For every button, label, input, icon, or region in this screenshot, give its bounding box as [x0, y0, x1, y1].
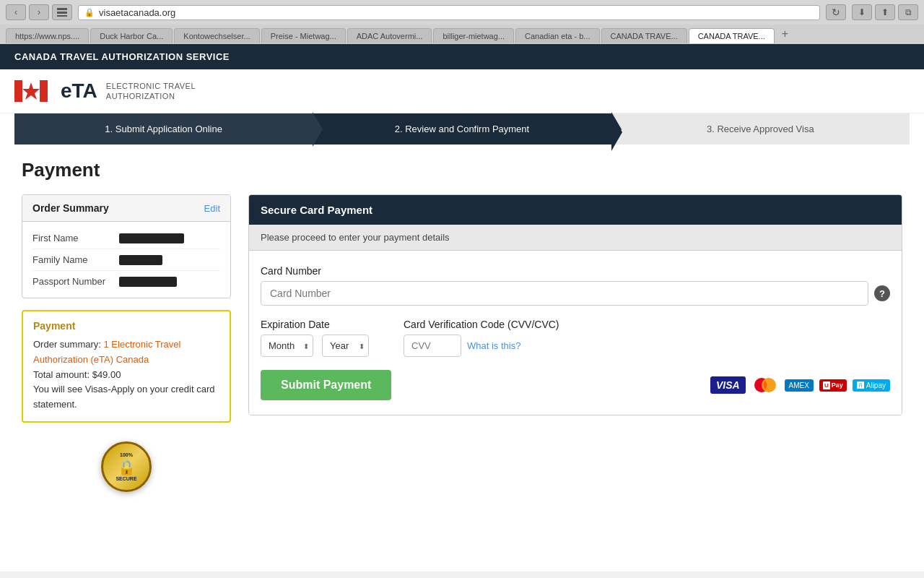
month-select[interactable]: Month 010203 040506 070809 101112: [261, 335, 313, 357]
first-name-label: First Name: [32, 233, 112, 243]
browser-right-buttons: ⬇ ⬆ ⧉: [852, 4, 918, 20]
svg-rect-4: [14, 80, 22, 102]
tab-1[interactable]: Duck Harbor Ca...: [90, 28, 173, 43]
step-2-arrow: [611, 112, 622, 147]
card-number-group: Card Number ?: [261, 265, 890, 306]
logo-sub-line2: AUTHORIZATION: [106, 91, 196, 101]
edit-link[interactable]: Edit: [204, 203, 220, 214]
payment-subheader-text: Please proceed to enter your payment det…: [261, 232, 450, 243]
logo-eta-text: eTA: [61, 79, 97, 103]
expiration-label: Expiration Date: [261, 319, 375, 330]
url-text: visaetacanada.org: [99, 7, 175, 18]
secure-text-top: 100%: [120, 452, 133, 458]
expiry-selects: Month 010203 040506 070809 101112: [261, 335, 375, 357]
step-3-label: 3. Receive Approved Visa: [707, 124, 814, 134]
alipay-text: Alipay: [866, 381, 886, 389]
submit-payment-button[interactable]: Submit Payment: [261, 370, 391, 400]
card-number-label: Card Number: [261, 265, 890, 277]
payment-summary-box: Payment Order summary: 1 Electronic Trav…: [22, 310, 231, 423]
tab-8[interactable]: CANADA TRAVE...: [689, 28, 775, 43]
step-3: 3. Receive Approved Visa: [611, 113, 910, 144]
cvv-input-row: What is this?: [404, 335, 559, 357]
card-logos: VISA AMEX: [710, 376, 890, 394]
cvv-label: Card Verification Code (CVV/CVC): [404, 319, 559, 330]
card-help-icon[interactable]: ?: [874, 285, 890, 301]
page-wrapper: CANADA TRAVEL AUTHORIZATION SERVICE eTA …: [0, 44, 924, 571]
site-header: CANADA TRAVEL AUTHORIZATION SERVICE: [0, 44, 924, 69]
tab-0[interactable]: https://www.nps....: [6, 28, 89, 43]
alipay-icon: 🅰: [857, 381, 864, 389]
svg-rect-1: [57, 12, 67, 14]
flag-logo: [14, 80, 48, 102]
order-summary-header: Order Summary Edit: [22, 195, 230, 222]
canada-flag: [14, 80, 48, 102]
expiry-group: Expiration Date Month 010203 040506 0708…: [261, 319, 375, 357]
step-2-label: 2. Review and Confirm Payment: [395, 124, 529, 134]
secure-badge: 100% 🔒 SECURE: [22, 434, 231, 499]
view-button[interactable]: [52, 4, 72, 20]
order-summary-box: Order Summary Edit First Name Family Nam…: [22, 194, 231, 298]
windows-button[interactable]: ⧉: [898, 4, 918, 20]
order-summary-title: Order Summary: [32, 202, 109, 214]
back-button[interactable]: ‹: [6, 4, 26, 20]
new-tab-button[interactable]: +: [776, 25, 794, 43]
tab-3[interactable]: Preise - Mietwag...: [261, 28, 346, 43]
svg-rect-2: [57, 15, 67, 17]
right-panel: Secure Card Payment Please proceed to en…: [248, 194, 902, 499]
payment-text-line1: Order summary:: [33, 339, 104, 350]
step-1: 1. Submit Application Online: [14, 113, 313, 144]
page-title: Payment: [22, 159, 902, 181]
tab-2[interactable]: Kontowechselser...: [174, 28, 259, 43]
what-is-this-link[interactable]: What is this?: [467, 340, 520, 351]
payment-summary-text: Order summary: 1 Electronic Travel Autho…: [33, 337, 219, 413]
step-1-arrow: [313, 112, 323, 147]
forward-button[interactable]: ›: [29, 4, 49, 20]
cvv-group: Card Verification Code (CVV/CVC) What is…: [404, 319, 559, 357]
step-1-label: 1. Submit Application Online: [105, 124, 222, 134]
logo-sub-line1: ELECTRONIC TRAVEL: [106, 81, 196, 91]
download-button[interactable]: ⬇: [852, 4, 872, 20]
family-name-label: Family Name: [32, 254, 112, 265]
card-number-input[interactable]: [261, 281, 868, 306]
tab-4[interactable]: ADAC Autovermi...: [347, 28, 432, 43]
passport-number-label: Passport Number: [32, 276, 112, 287]
logo-subtitle: ELECTRONIC TRAVEL AUTHORIZATION: [106, 81, 196, 102]
expiry-cvv-row: Expiration Date Month 010203 040506 0708…: [261, 319, 890, 357]
payment-card-header-text: Secure Card Payment: [261, 204, 372, 216]
mastercard-logo: [751, 376, 779, 394]
submit-row: Submit Payment VISA: [261, 370, 890, 400]
content-columns: Order Summary Edit First Name Family Nam…: [22, 194, 902, 499]
field-row-familyname: Family Name: [32, 249, 220, 271]
tab-7[interactable]: CANADA TRAVE...: [601, 28, 687, 43]
alipay-logo: 🅰 Alipay: [853, 379, 890, 392]
svg-marker-7: [313, 112, 323, 147]
passport-number-value: [119, 277, 177, 287]
main-content: Payment Order Summary Edit First Name: [0, 144, 924, 514]
family-name-value: [119, 255, 162, 265]
payment-card-body: Card Number ? Expiration Date: [249, 251, 902, 415]
card-number-input-row: ?: [261, 281, 890, 306]
svg-rect-5: [40, 80, 48, 102]
payment-card-subheader: Please proceed to enter your payment det…: [249, 225, 902, 251]
browser-toolbar: ‹ › 🔒 visaetacanada.org ↻ ⬇ ⬆ ⧉: [0, 0, 924, 25]
payment-text-line2: Total amount: $49.00: [33, 369, 121, 380]
tab-5[interactable]: billiger-mietwag...: [433, 28, 514, 43]
steps-bar: 1. Submit Application Online 2. Review a…: [14, 113, 910, 144]
tab-6[interactable]: Canadian eta - b...: [515, 28, 600, 43]
payment-card-header: Secure Card Payment: [249, 195, 902, 225]
month-select-wrapper: Month 010203 040506 070809 101112: [261, 335, 313, 357]
reload-button[interactable]: ↻: [826, 4, 846, 20]
payment-card-box: Secure Card Payment Please proceed to en…: [248, 194, 902, 415]
cvv-input[interactable]: [404, 335, 461, 357]
share-button[interactable]: ⬆: [875, 4, 895, 20]
unionpay-logo: U Pay: [819, 379, 847, 392]
field-row-passport: Passport Number: [32, 271, 220, 292]
svg-rect-0: [57, 8, 67, 10]
svg-marker-8: [611, 112, 622, 147]
year-select[interactable]: Year 202420252026 202720282029 2030: [322, 335, 369, 357]
order-summary-fields: First Name Family Name Passport Number: [22, 222, 230, 298]
logo-area: eTA ELECTRONIC TRAVEL AUTHORIZATION: [0, 69, 924, 113]
first-name-value: [119, 233, 184, 243]
payment-text-line3: You will see Visas-Apply on your credit …: [33, 384, 214, 410]
address-bar[interactable]: 🔒 visaetacanada.org: [78, 5, 820, 20]
